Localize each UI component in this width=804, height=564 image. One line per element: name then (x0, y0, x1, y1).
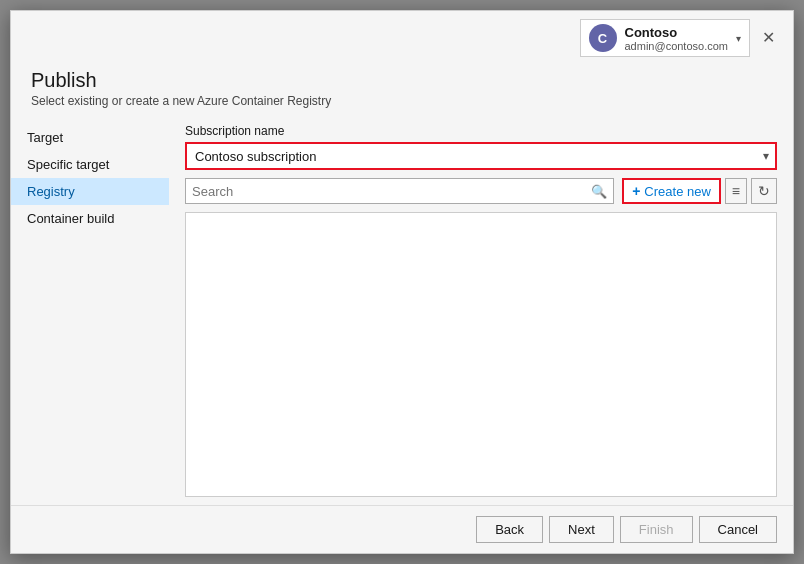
columns-button[interactable]: ≡ (725, 178, 747, 204)
subscription-section: Subscription name Contoso subscription (185, 124, 777, 170)
registry-list (185, 212, 777, 497)
subscription-select[interactable]: Contoso subscription (185, 142, 777, 170)
publish-dialog: C Contoso admin@contoso.com ▾ ✕ Publish … (10, 10, 794, 554)
dialog-subtitle: Select existing or create a new Azure Co… (31, 94, 773, 108)
refresh-button[interactable]: ↻ (751, 178, 777, 204)
toolbar-right: + Create new ≡ ↻ (622, 178, 777, 204)
columns-icon: ≡ (732, 183, 740, 199)
sidebar-item-target[interactable]: Target (11, 124, 169, 151)
title-bar-right: C Contoso admin@contoso.com ▾ ✕ (580, 19, 782, 57)
dialog-title: Publish (31, 69, 773, 92)
refresh-icon: ↻ (758, 183, 770, 199)
sidebar-item-specific-target[interactable]: Specific target (11, 151, 169, 178)
subscription-select-wrapper: Contoso subscription (185, 142, 777, 170)
footer: Back Next Finish Cancel (11, 505, 793, 553)
sidebar-item-registry[interactable]: Registry (11, 178, 169, 205)
user-dropdown-arrow: ▾ (736, 33, 741, 44)
title-bar: C Contoso admin@contoso.com ▾ ✕ (11, 11, 793, 61)
user-email: admin@contoso.com (625, 40, 729, 52)
create-new-button[interactable]: + Create new (622, 178, 721, 204)
avatar: C (589, 24, 617, 52)
user-info: Contoso admin@contoso.com (625, 25, 729, 52)
finish-button[interactable]: Finish (620, 516, 693, 543)
search-input[interactable] (192, 184, 591, 199)
header-section: Publish Select existing or create a new … (11, 61, 793, 116)
next-button[interactable]: Next (549, 516, 614, 543)
sidebar: Target Specific target Registry Containe… (11, 116, 169, 505)
cancel-button[interactable]: Cancel (699, 516, 777, 543)
subscription-label: Subscription name (185, 124, 777, 138)
main-content: Subscription name Contoso subscription 🔍… (169, 116, 793, 505)
create-new-label: Create new (644, 184, 710, 199)
sidebar-item-container-build[interactable]: Container build (11, 205, 169, 232)
user-name: Contoso (625, 25, 729, 40)
user-badge[interactable]: C Contoso admin@contoso.com ▾ (580, 19, 751, 57)
close-button[interactable]: ✕ (756, 28, 781, 48)
plus-icon: + (632, 183, 640, 199)
registry-toolbar: 🔍 + Create new ≡ ↻ (185, 178, 777, 204)
back-button[interactable]: Back (476, 516, 543, 543)
search-box: 🔍 (185, 178, 614, 204)
content-area: Target Specific target Registry Containe… (11, 116, 793, 505)
search-icon: 🔍 (591, 184, 607, 199)
